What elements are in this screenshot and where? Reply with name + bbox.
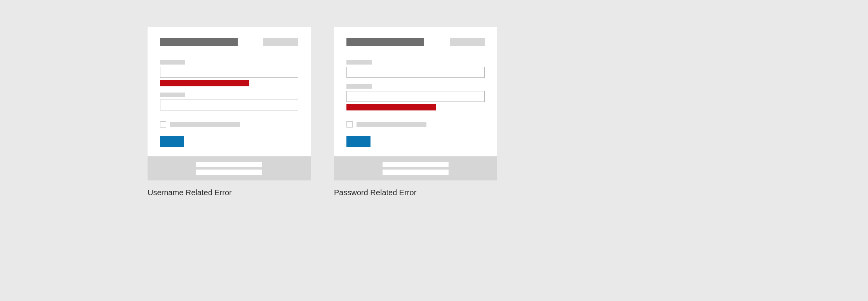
login-card: [148, 27, 311, 180]
password-label-placeholder: [160, 93, 185, 97]
username-label-placeholder: [346, 60, 372, 65]
example-caption: Username Related Error: [148, 188, 311, 197]
card-body: [148, 27, 311, 156]
remember-label-placeholder: [357, 122, 426, 127]
username-error-message: [160, 80, 249, 86]
password-field-group: [346, 84, 485, 110]
remember-checkbox[interactable]: [346, 121, 353, 128]
title-placeholder: [160, 38, 238, 46]
card-header: [160, 38, 298, 46]
password-input[interactable]: [160, 100, 298, 110]
card-header: [346, 38, 485, 46]
card-body: [334, 27, 497, 156]
example-username-error: Username Related Error: [148, 27, 311, 197]
password-field-group: [160, 93, 298, 110]
example-caption: Password Related Error: [334, 188, 497, 197]
card-footer: [148, 156, 311, 180]
card-footer: [334, 156, 497, 180]
example-password-error: Password Related Error: [334, 27, 497, 197]
remember-row: [346, 121, 485, 128]
subtitle-placeholder: [450, 38, 485, 46]
footer-link-1[interactable]: [196, 162, 262, 167]
examples-row: Username Related Error: [148, 27, 497, 197]
username-label-placeholder: [160, 60, 185, 65]
username-field-group: [346, 60, 485, 78]
remember-checkbox[interactable]: [160, 121, 166, 128]
footer-link-1[interactable]: [383, 162, 449, 167]
footer-link-2[interactable]: [196, 170, 262, 175]
username-input[interactable]: [346, 67, 485, 78]
remember-label-placeholder: [170, 122, 240, 127]
submit-button[interactable]: [346, 136, 371, 147]
footer-link-2[interactable]: [383, 170, 449, 175]
username-input[interactable]: [160, 67, 298, 78]
password-error-message: [346, 104, 436, 110]
password-label-placeholder: [346, 84, 372, 89]
title-placeholder: [346, 38, 424, 46]
remember-row: [160, 121, 298, 128]
subtitle-placeholder: [263, 38, 298, 46]
submit-button[interactable]: [160, 136, 184, 147]
username-field-group: [160, 60, 298, 86]
password-input[interactable]: [346, 91, 485, 102]
login-card: [334, 27, 497, 180]
